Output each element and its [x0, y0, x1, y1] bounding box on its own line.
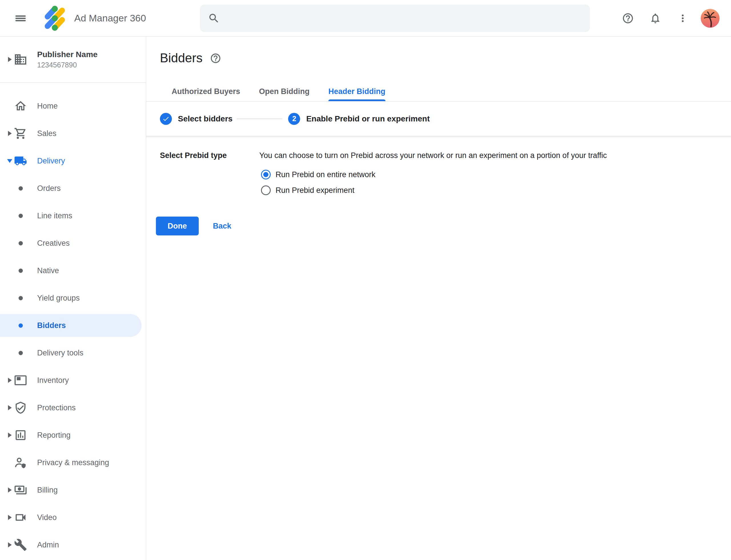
expand-right-icon[interactable]: [8, 515, 12, 520]
expand-right-icon[interactable]: [8, 405, 12, 410]
sidebar-item-bidders[interactable]: Bidders: [0, 314, 142, 337]
prebid-type-radio-group: Run Prebid on entire network Run Prebid …: [261, 169, 607, 196]
shield-check-icon: [14, 401, 27, 414]
topbar-actions: [621, 0, 720, 37]
inventory-icon: [14, 374, 27, 387]
publisher-switcher[interactable]: Publisher Name 1234567890: [0, 37, 146, 83]
tab-header-bidding[interactable]: Header Bidding: [329, 87, 385, 101]
payments-icon: [14, 483, 27, 497]
field-description: You can choose to turn on Prebid across …: [259, 151, 607, 160]
sidebar-item-privacy-messaging[interactable]: Privacy & messaging: [0, 449, 146, 476]
page-title: Bidders: [160, 51, 203, 65]
avatar[interactable]: [701, 9, 720, 28]
step-1-check-icon[interactable]: [160, 113, 172, 125]
sidebar-item-native[interactable]: Native: [0, 257, 146, 284]
sidebar-nav: Home Sales Delivery Orders Line item: [0, 83, 146, 559]
cart-icon: [14, 127, 27, 140]
step-1-label[interactable]: Select bidders: [178, 114, 233, 123]
done-button[interactable]: Done: [156, 217, 199, 235]
sidebar-item-delivery[interactable]: Delivery: [0, 147, 146, 175]
main-content: Bidders Authorized Buyers Open Bidding H…: [146, 37, 731, 560]
ad-manager-logo-icon: [42, 5, 68, 31]
expand-right-icon[interactable]: [8, 542, 12, 547]
expand-right-icon[interactable]: [8, 57, 12, 62]
search-bar[interactable]: [200, 5, 590, 32]
sidebar-item-sales[interactable]: Sales: [0, 120, 146, 147]
search-icon: [208, 12, 220, 24]
sidebar-item-creatives[interactable]: Creatives: [0, 229, 146, 257]
expand-right-icon[interactable]: [8, 487, 12, 493]
bullet-icon: [19, 241, 23, 245]
tab-open-bidding[interactable]: Open Bidding: [259, 87, 310, 101]
sidebar-item-admin[interactable]: Admin: [0, 531, 146, 559]
step-connector: [237, 119, 283, 119]
product-name: Ad Manager 360: [74, 13, 146, 24]
bar-chart-icon: [14, 429, 27, 442]
back-button[interactable]: Back: [213, 222, 232, 231]
bullet-icon: [19, 269, 23, 273]
tab-authorized-buyers[interactable]: Authorized Buyers: [172, 87, 240, 101]
sidebar: Publisher Name 1234567890 Home Sales Del…: [0, 37, 146, 560]
publisher-name: Publisher Name: [37, 50, 98, 59]
palm-tree-icon: [701, 9, 720, 28]
expand-down-icon[interactable]: [7, 159, 12, 163]
menu-icon[interactable]: [14, 11, 27, 25]
bullet-icon: [19, 186, 23, 191]
more-vert-icon[interactable]: [676, 11, 690, 25]
step-2-number[interactable]: 2: [288, 113, 300, 125]
sidebar-item-home[interactable]: Home: [0, 92, 146, 120]
wrench-icon: [14, 538, 27, 551]
sidebar-item-reporting[interactable]: Reporting: [0, 421, 146, 449]
sidebar-item-video[interactable]: Video: [0, 504, 146, 531]
top-app-bar: Ad Manager 360: [0, 0, 731, 37]
building-icon: [14, 53, 27, 66]
sidebar-item-billing[interactable]: Billing: [0, 476, 146, 504]
bullet-icon: [19, 323, 23, 328]
video-camera-icon: [14, 511, 27, 524]
publisher-id: 1234567890: [37, 61, 98, 69]
help-icon[interactable]: [621, 11, 635, 25]
sidebar-item-delivery-tools[interactable]: Delivery tools: [0, 339, 146, 367]
help-icon[interactable]: [210, 53, 221, 65]
step-2-label[interactable]: Enable Prebid or run experiment: [306, 114, 430, 123]
field-label: Select Prebid type: [160, 151, 259, 196]
sidebar-item-yield-groups[interactable]: Yield groups: [0, 284, 146, 312]
bullet-icon: [19, 296, 23, 300]
radio-selected-icon[interactable]: [261, 170, 271, 179]
home-icon: [14, 99, 27, 113]
truck-icon: [14, 154, 27, 167]
expand-right-icon[interactable]: [8, 131, 12, 136]
sidebar-item-orders[interactable]: Orders: [0, 175, 146, 202]
radio-unselected-icon[interactable]: [261, 185, 271, 195]
search-input[interactable]: [227, 5, 590, 32]
person-shield-icon: [14, 456, 27, 469]
stepper: Select bidders 2 Enable Prebid or run ex…: [146, 101, 731, 136]
bullet-icon: [19, 351, 23, 355]
tab-bar: Authorized Buyers Open Bidding Header Bi…: [146, 87, 731, 101]
notifications-icon[interactable]: [648, 11, 662, 25]
radio-run-prebid-experiment[interactable]: Run Prebid experiment: [261, 185, 607, 196]
sidebar-item-line-items[interactable]: Line items: [0, 202, 146, 229]
expand-right-icon[interactable]: [8, 433, 12, 438]
sidebar-item-protections[interactable]: Protections: [0, 394, 146, 421]
bullet-icon: [19, 214, 23, 218]
radio-run-prebid-entire-network[interactable]: Run Prebid on entire network: [261, 169, 607, 180]
expand-right-icon[interactable]: [8, 378, 12, 383]
sidebar-item-inventory[interactable]: Inventory: [0, 367, 146, 394]
